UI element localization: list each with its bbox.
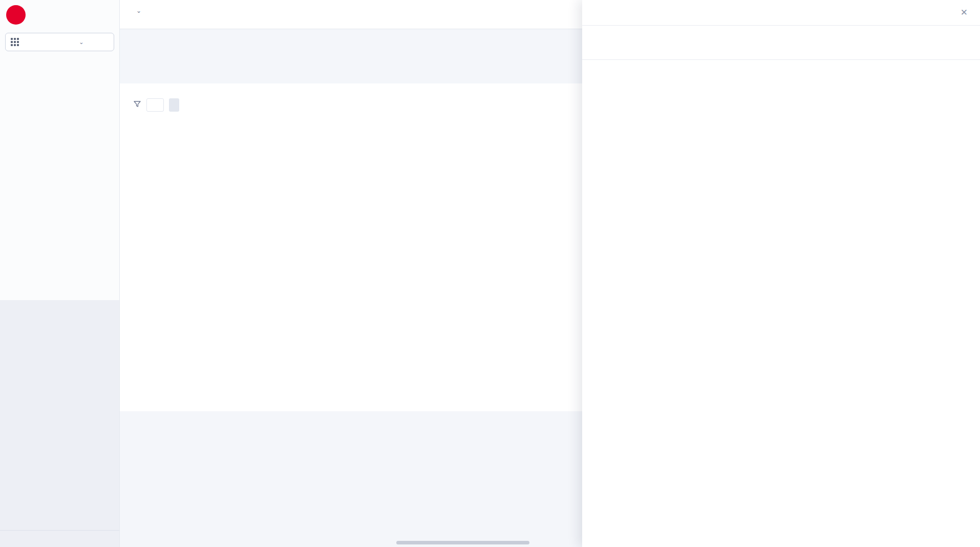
items-count <box>120 112 582 136</box>
main-content: ⌄ <box>120 0 582 547</box>
sidebar: ⌄ <box>0 0 120 547</box>
panel-header: ✕ <box>582 0 980 26</box>
funnel-icon <box>133 100 141 110</box>
close-icon[interactable]: ✕ <box>961 7 968 18</box>
summary-cards <box>120 63 582 76</box>
endpoint-details-panel: ✕ <box>582 0 980 547</box>
sidebar-nav <box>0 70 119 300</box>
panel-tabs <box>582 38 980 60</box>
sidebar-footer <box>0 530 119 547</box>
table-section <box>120 83 582 411</box>
chevron-down-icon: ⌄ <box>79 39 109 46</box>
filter-expression-chip[interactable] <box>146 98 164 112</box>
sidebar-spacer <box>0 300 119 531</box>
apps-grid-icon <box>11 38 40 46</box>
filter-value-chip[interactable] <box>169 98 179 112</box>
select-service-dropdown[interactable]: ⌄ <box>5 33 114 51</box>
f5-logo <box>6 5 26 25</box>
chevron-down-icon[interactable]: ⌄ <box>136 7 141 14</box>
page-title: ⌄ <box>132 7 582 14</box>
endpoint-type-filters <box>120 39 582 63</box>
horizontal-scrollbar[interactable] <box>396 541 529 544</box>
metrics-charts-grid <box>582 60 956 69</box>
lb-tabbar <box>120 29 582 39</box>
panel-details <box>582 26 980 38</box>
filter-bar <box>120 88 582 112</box>
main-header: ⌄ <box>120 0 582 29</box>
